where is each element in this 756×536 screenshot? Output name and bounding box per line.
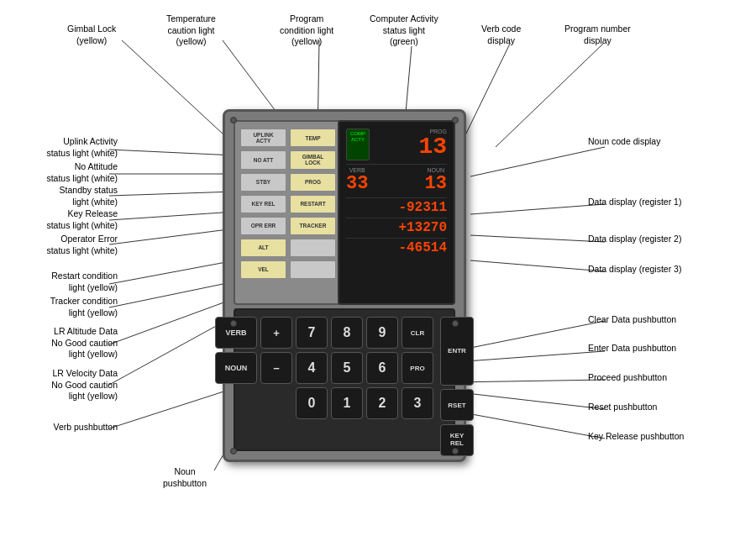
lr-altitude-label: LR Altitude DataNo Good cautionlight (ye… — [8, 326, 118, 360]
six-key[interactable]: 6 — [366, 352, 398, 384]
display-section: COMPACTY PROG 13 VERB 33 NOUN 13 -92311 … — [338, 120, 455, 305]
svg-line-11 — [109, 260, 235, 284]
key-release-pb-label: Key Release pushbutton — [588, 431, 735, 443]
gimbal-lock-label: Gimbal Lock(yellow) — [67, 24, 116, 46]
svg-line-10 — [109, 229, 235, 244]
noun-value: 13 — [425, 173, 447, 194]
screw-tl — [230, 117, 237, 123]
svg-line-9 — [109, 212, 235, 220]
register-1: -92311 — [346, 197, 447, 216]
opr-err-light: OPR ERR — [240, 217, 286, 235]
program-condition-label: Programcondition light(yellow) — [280, 13, 333, 48]
prog-light: PROG — [290, 173, 336, 192]
data-reg2-label: Data display (register 2) — [588, 234, 735, 245]
screw-bl — [230, 448, 237, 455]
restart-light: RESTART — [290, 195, 336, 213]
svg-line-18 — [470, 204, 605, 214]
nine-key[interactable]: 9 — [366, 317, 398, 349]
no-attitude-label: No Attitudestatus light (white) — [8, 161, 118, 184]
noun-key[interactable]: NOUN — [215, 352, 257, 384]
key-rel-light: KEY REL — [240, 195, 286, 213]
dsky-panel: UPLINKACTY TEMP NO ATT GIMBALLOCK STBY P… — [223, 109, 466, 462]
empty-light2 — [290, 260, 336, 279]
data-reg3-label: Data display (register 3) — [588, 264, 735, 276]
verb-label: VERB — [346, 167, 368, 173]
svg-line-21 — [454, 321, 605, 351]
empty-light — [290, 239, 336, 257]
operator-error-label: Operator Errorstatus light (white) — [8, 234, 118, 256]
screw-ml — [230, 320, 237, 327]
noun-pushbutton-label: Nounpushbutton — [143, 466, 227, 489]
svg-line-17 — [470, 147, 605, 176]
minus-key[interactable]: − — [260, 352, 292, 384]
comp-acty-indicator: COMPACTY — [346, 129, 370, 160]
one-key[interactable]: 1 — [331, 387, 363, 419]
data-reg1-label: Data display (register 1) — [588, 197, 735, 208]
restart-condition-label: Restart conditionlight (yellow) — [8, 271, 118, 293]
computer-activity-label: Computer Activitystatus light(green) — [370, 13, 438, 48]
no-att-light: NO ATT — [240, 150, 286, 169]
program-number-label: Program numberdisplay — [564, 24, 631, 46]
vel-light: VEL — [240, 260, 286, 279]
svg-line-8 — [109, 192, 235, 196]
alt-light: ALT — [240, 239, 286, 257]
svg-line-24 — [466, 393, 605, 409]
svg-line-6 — [109, 150, 235, 155]
temp-light: TEMP — [290, 129, 336, 147]
verb-value: 33 — [346, 173, 368, 194]
svg-line-12 — [109, 281, 235, 307]
screw-br — [452, 448, 459, 455]
register-2: +13270 — [346, 218, 447, 236]
svg-line-22 — [466, 351, 605, 361]
temp-caution-label: Temperaturecaution light(yellow) — [166, 13, 216, 48]
plus-key[interactable]: + — [260, 317, 292, 349]
seven-key[interactable]: 7 — [296, 317, 328, 349]
stby-light: STBY — [240, 173, 286, 192]
entr-key[interactable]: ENTR — [440, 317, 474, 386]
svg-line-20 — [470, 260, 605, 271]
screw-mr — [452, 320, 459, 327]
clr-key[interactable]: CLR — [402, 317, 433, 349]
reset-label: Reset pushbutton — [588, 402, 735, 413]
register-3: -46514 — [346, 238, 447, 256]
screw-tr — [452, 117, 459, 123]
svg-line-23 — [454, 380, 605, 382]
keyboard-section: VERB + 7 8 9 CLR NOUN − 4 5 6 PRO — [234, 308, 455, 451]
svg-line-5 — [496, 44, 603, 147]
svg-line-19 — [470, 235, 605, 242]
svg-line-25 — [458, 412, 605, 439]
uplink-activity-label: Uplink Activitystatus light (white) — [8, 136, 118, 159]
prog-value: 13 — [418, 135, 447, 159]
gimbal-lock-light: GIMBALLOCK — [290, 150, 336, 169]
tracker-condition-label: Tracker conditionlight (yellow) — [8, 296, 118, 318]
warning-lights-section: UPLINKACTY TEMP NO ATT GIMBALLOCK STBY P… — [234, 120, 343, 305]
four-key[interactable]: 4 — [296, 352, 328, 384]
noun-code-label: Noun code display — [588, 136, 735, 148]
lr-velocity-label: LR Velocity DataNo Good cautionlight (ye… — [8, 368, 118, 402]
rset-key[interactable]: RSET — [440, 389, 474, 421]
two-key[interactable]: 2 — [366, 387, 398, 419]
five-key[interactable]: 5 — [331, 352, 363, 384]
pro-key[interactable]: PRO — [402, 352, 433, 384]
zero-key[interactable]: 0 — [296, 387, 328, 419]
tracker-light: TRACKER — [290, 217, 336, 235]
eight-key[interactable]: 8 — [331, 317, 363, 349]
enter-data-label: Enter Data pushbutton — [588, 343, 735, 355]
proceed-label: Proceed pushbutton — [588, 372, 735, 384]
verb-code-label: Verb codedisplay — [481, 24, 521, 46]
noun-label: NOUN — [425, 167, 447, 173]
clear-data-label: Clear Data pushbutton — [588, 314, 735, 326]
verb-pushbutton-label: Verb pushbutton — [8, 422, 118, 434]
standby-label: Standby statuslight (white) — [8, 185, 118, 208]
key-release-status-label: Key Releasestatus light (white) — [8, 208, 118, 231]
three-key[interactable]: 3 — [402, 387, 433, 419]
uplink-acty-light: UPLINKACTY — [240, 129, 286, 147]
